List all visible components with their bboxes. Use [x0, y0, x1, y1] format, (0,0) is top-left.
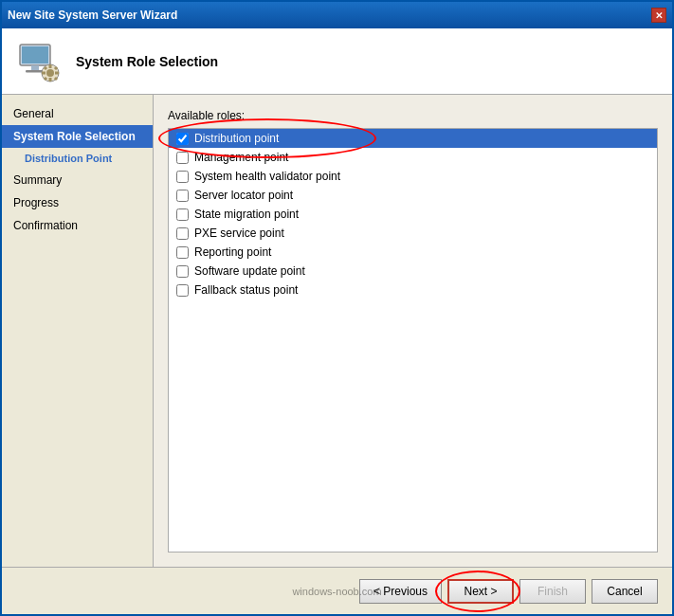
- role-item-server-locator[interactable]: Server locator point: [169, 186, 657, 205]
- checkbox-reporting[interactable]: [176, 246, 189, 259]
- checkbox-state-migration[interactable]: [176, 208, 189, 221]
- sidebar-item-system-role-selection[interactable]: System Role Selection: [2, 125, 153, 148]
- sidebar-item-general[interactable]: General: [2, 102, 153, 125]
- svg-rect-2: [31, 65, 39, 70]
- role-item-system-health-validator[interactable]: System health validator point: [169, 167, 657, 186]
- svg-rect-7: [49, 78, 52, 82]
- role-item-management-point[interactable]: Management point: [169, 148, 657, 167]
- svg-point-5: [46, 69, 54, 77]
- previous-button[interactable]: < Previous: [359, 579, 442, 604]
- finish-button[interactable]: Finish: [519, 579, 586, 604]
- sidebar-item-distribution-point[interactable]: Distribution Point: [2, 148, 153, 169]
- role-item-distribution-point[interactable]: Distribution point: [169, 129, 657, 148]
- titlebar-left: New Site System Server Wizard: [8, 9, 177, 22]
- header-icon: [16, 39, 62, 84]
- cancel-button[interactable]: Cancel: [592, 579, 658, 604]
- content-area: General System Role Selection Distributi…: [2, 95, 672, 567]
- footer-wrapper: windows-noob.com < Previous Next > Finis…: [2, 567, 672, 614]
- checkbox-distribution-point[interactable]: [176, 133, 189, 145]
- role-item-software-update[interactable]: Software update point: [169, 262, 657, 281]
- svg-rect-9: [55, 71, 59, 74]
- checkbox-software-update[interactable]: [176, 265, 189, 278]
- checkbox-management-point[interactable]: [176, 152, 189, 164]
- roles-list: Distribution point Management point Syst…: [168, 128, 658, 553]
- svg-rect-8: [42, 71, 46, 74]
- computer-icon: [16, 39, 62, 84]
- header-title: System Role Selection: [76, 54, 218, 69]
- role-item-pxe-service[interactable]: PXE service point: [169, 224, 657, 243]
- checkbox-pxe-service[interactable]: [176, 227, 189, 240]
- window-title: New Site System Server Wizard: [8, 9, 177, 22]
- sidebar-item-summary[interactable]: Summary: [2, 169, 153, 191]
- next-button[interactable]: Next >: [447, 579, 514, 604]
- role-item-reporting[interactable]: Reporting point: [169, 243, 657, 262]
- sidebar-item-confirmation[interactable]: Confirmation: [2, 214, 153, 237]
- checkbox-system-health-validator[interactable]: [176, 171, 189, 183]
- sidebar-item-progress[interactable]: Progress: [2, 191, 153, 214]
- header-panel: System Role Selection: [2, 28, 672, 95]
- main-panel: Available roles: Distribution point Mana…: [154, 95, 672, 567]
- close-button[interactable]: ✕: [651, 8, 666, 23]
- sidebar: General System Role Selection Distributi…: [2, 95, 154, 567]
- wizard-window: New Site System Server Wizard ✕: [0, 0, 674, 616]
- available-roles-label: Available roles:: [168, 109, 658, 122]
- checkbox-server-locator[interactable]: [176, 190, 189, 202]
- checkbox-fallback-status[interactable]: [176, 284, 189, 297]
- footer: windows-noob.com < Previous Next > Finis…: [2, 567, 672, 614]
- role-item-fallback-status[interactable]: Fallback status point: [169, 281, 657, 299]
- role-item-state-migration[interactable]: State migration point: [169, 205, 657, 224]
- svg-rect-1: [22, 46, 48, 63]
- svg-rect-6: [49, 64, 52, 68]
- titlebar: New Site System Server Wizard ✕: [2, 2, 672, 28]
